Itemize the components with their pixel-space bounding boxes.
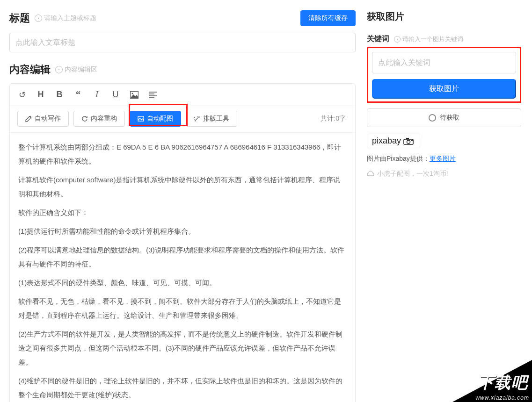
title-heading: 标题 xyxy=(9,11,30,25)
paragraph: (2)程序可以满意地处理信息的数据结构。(3)说明程序功能要求和程序需要的文档的… xyxy=(18,243,347,271)
paragraph: (4)维护不同的硬件是旧的，理论上软件是旧的，并不坏，但实际上软件也是旧的和坏的… xyxy=(18,374,347,402)
title-header: 标题 请输入主题或标题 清除所有缓存 xyxy=(9,10,356,26)
image-icon[interactable] xyxy=(130,91,139,99)
tip-text: 小虎子配图，一次1淘币! xyxy=(377,170,448,178)
pending-button[interactable]: 待获取 xyxy=(367,108,521,127)
paragraph: 计算机软件(computer software)是指计算机系统中除硬件以外的所有… xyxy=(18,173,347,201)
pixabay-logo: pixabay xyxy=(367,134,420,148)
refresh-icon xyxy=(81,115,88,122)
paragraph: 软件的正确含义如下： xyxy=(18,206,347,220)
heading-icon[interactable]: H xyxy=(36,90,45,100)
title-hint: 请输入主题或标题 xyxy=(35,14,96,22)
magic-icon xyxy=(194,115,200,122)
pixabay-text: pixabay xyxy=(372,136,401,146)
underline-icon[interactable]: U xyxy=(111,90,120,100)
keyword-label: 关键词 xyxy=(367,34,389,44)
quote-icon[interactable]: “ xyxy=(73,89,83,100)
svg-rect-10 xyxy=(411,140,413,141)
paragraph: 整个计算机系统由两部分组成：E 69DA 5 E 6 BA 9062616964… xyxy=(18,140,347,168)
keyword-hint: 请输入一个图片关键词 xyxy=(394,35,463,43)
tip-line: 小虎子配图，一次1淘币! xyxy=(367,170,521,178)
action-toolbar: 自动写作 内容重构 自动配图 排版工具 共计:0字 xyxy=(10,106,355,133)
editor-card: ↺ H B “ I U 自动写作 xyxy=(9,83,356,402)
paragraph: 软件看不见，无色，枯燥，看不见，摸不到，闻不到。软件大部分存在于人们的头脑或纸上… xyxy=(18,294,347,323)
keyword-input[interactable] xyxy=(372,52,516,73)
undo-icon[interactable]: ↺ xyxy=(17,90,27,100)
highlight-auto-image xyxy=(129,104,188,126)
right-heading: 获取图片 xyxy=(367,10,521,23)
watermark-url: www.xiazaiba.com xyxy=(475,395,529,401)
restructure-label: 内容重构 xyxy=(91,115,117,123)
svg-point-1 xyxy=(132,93,133,94)
paragraph: (1)提供运行时所需功能和性能的命令或计算机程序集合。 xyxy=(18,224,347,238)
source-prefix: 图片由Pixabay提供： xyxy=(367,155,430,162)
image-source-line: 图片由Pixabay提供：更多图片 xyxy=(367,155,521,163)
content-hint: 内容编辑区 xyxy=(55,65,97,74)
keyword-box-highlight: 获取图片 xyxy=(367,47,521,103)
content-heading: 内容编辑 xyxy=(9,63,51,77)
cloud-icon xyxy=(367,171,374,177)
italic-icon[interactable]: I xyxy=(92,90,102,100)
svg-rect-9 xyxy=(406,138,409,139)
restructure-button[interactable]: 内容重构 xyxy=(73,111,125,127)
fetch-image-button[interactable]: 获取图片 xyxy=(372,79,516,99)
more-images-link[interactable]: 更多图片 xyxy=(430,155,456,162)
auto-write-label: 自动写作 xyxy=(35,115,61,123)
camera-icon xyxy=(403,137,415,145)
layout-tool-label: 排版工具 xyxy=(203,115,229,123)
pending-label: 待获取 xyxy=(440,114,459,122)
format-toolbar: ↺ H B “ I U xyxy=(10,84,355,106)
pencil-icon xyxy=(25,115,32,122)
word-count: 共计:0字 xyxy=(321,115,348,123)
auto-write-button[interactable]: 自动写作 xyxy=(17,111,69,127)
bold-icon[interactable]: B xyxy=(55,90,64,100)
watermark-text: 下载吧 xyxy=(478,372,528,394)
article-title-input[interactable] xyxy=(9,33,356,52)
align-left-icon[interactable] xyxy=(148,92,158,98)
editor-body[interactable]: 整个计算机系统由两部分组成：E 69DA 5 E 6 BA 9062616964… xyxy=(10,133,355,402)
svg-point-8 xyxy=(407,140,410,144)
paragraph: (2)生产方式不同的软件是开发，是人类智能的高发挥，而不是传统意义上的硬件制造。… xyxy=(18,327,347,369)
paragraph: (1)表达形式不同的硬件类型、颜色、味道、可见、可摸、可闻。 xyxy=(18,276,347,290)
layout-tool-button[interactable]: 排版工具 xyxy=(186,111,237,127)
clear-cache-button[interactable]: 清除所有缓存 xyxy=(300,10,356,26)
